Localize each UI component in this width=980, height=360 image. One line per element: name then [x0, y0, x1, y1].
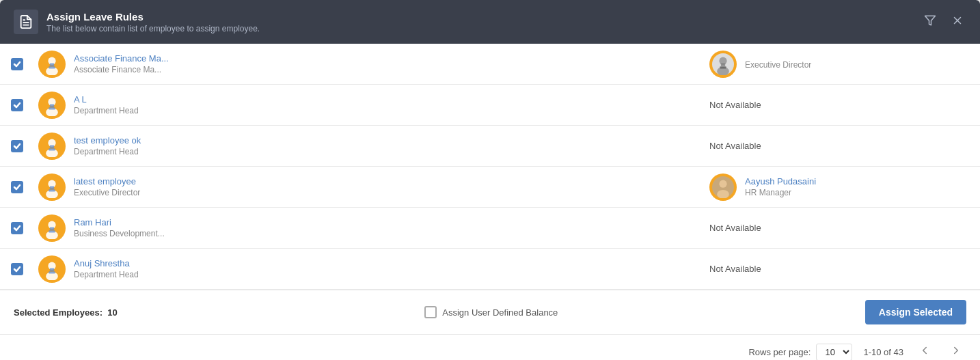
rows-per-page-group: Rows per page: 10 25 50: [748, 344, 852, 360]
manager-title: HR Manager: [745, 188, 816, 197]
avatar: [38, 214, 66, 242]
employee-title: Department Head: [74, 106, 139, 115]
svg-rect-8: [50, 63, 54, 66]
row-checkbox[interactable]: [11, 263, 23, 275]
not-available-label: Not Available: [709, 223, 761, 233]
selected-employees-count: 10: [107, 307, 117, 318]
manager-col: Executive Director: [709, 51, 969, 78]
modal-header-text: Assign Leave Rules The list below contai…: [46, 11, 260, 33]
manager-col: Not Available: [709, 223, 969, 233]
employee-name[interactable]: test employee ok: [74, 135, 141, 146]
avatar: [38, 51, 66, 78]
manager-avatar: [709, 51, 737, 78]
modal-header: Assign Leave Rules The list below contai…: [0, 0, 980, 44]
employee-col: Ram Hari Business Development...: [38, 214, 709, 242]
svg-rect-42: [49, 271, 55, 273]
avatar: [38, 92, 66, 119]
row-checkbox-col: [11, 99, 38, 111]
row-checkbox[interactable]: [11, 140, 23, 152]
row-checkbox[interactable]: [11, 58, 23, 70]
modal-subtitle: The list below contain list of employee …: [46, 24, 260, 33]
not-available-label: Not Available: [709, 100, 761, 110]
employee-name[interactable]: Ram Hari: [74, 217, 165, 227]
employee-col: test employee ok Department Head: [38, 133, 709, 160]
employee-col: Anuj Shrestha Department Head: [38, 255, 709, 283]
employee-name[interactable]: latest employee: [74, 176, 140, 186]
row-checkbox-col: [11, 181, 38, 193]
employee-name[interactable]: Anuj Shrestha: [74, 258, 139, 268]
svg-rect-9: [49, 66, 55, 68]
svg-rect-28: [50, 186, 54, 189]
employee-title: Business Development...: [74, 229, 165, 238]
manager-name[interactable]: Aayush Pudasaini: [745, 176, 816, 186]
table-row: Ram Hari Business Development... Not Ava…: [0, 208, 980, 249]
svg-rect-41: [50, 268, 54, 271]
page-info: 1-10 of 43: [863, 347, 903, 357]
pagination-bar: Rows per page: 10 25 50 1-10 of 43: [0, 334, 980, 360]
employee-name[interactable]: A L: [74, 94, 139, 105]
modal-header-actions: [921, 12, 966, 33]
employee-info: test employee ok Department Head: [74, 135, 141, 156]
svg-rect-29: [49, 189, 55, 191]
manager-col: Not Available: [709, 264, 969, 274]
manager-info: Aayush Pudasaini HR Manager: [745, 176, 816, 197]
table-row: Anuj Shrestha Department Head Not Availa…: [0, 249, 980, 290]
assign-leave-rules-modal: Assign Leave Rules The list below contai…: [0, 0, 980, 360]
modal-title: Assign Leave Rules: [46, 11, 260, 23]
assign-selected-button[interactable]: Assign Selected: [865, 300, 966, 324]
filter-icon-button[interactable]: [921, 12, 939, 33]
table-row: latest employee Executive Director Aayus…: [0, 167, 980, 208]
selected-employees-label: Selected Employees:: [14, 307, 103, 318]
modal-header-icon: [14, 10, 38, 34]
employee-col: Associate Finance Ma... Associate Financ…: [38, 51, 709, 78]
row-checkbox[interactable]: [11, 181, 23, 193]
selected-employees-info: Selected Employees: 10: [14, 307, 118, 318]
close-icon-button[interactable]: [949, 12, 966, 33]
row-checkbox-col: [11, 222, 38, 234]
rows-per-page-label: Rows per page:: [748, 347, 811, 357]
table-row: A L Department Head Not Available: [0, 85, 980, 126]
manager-title: Executive Director: [745, 60, 811, 70]
next-page-button[interactable]: [946, 343, 966, 360]
rows-per-page-select[interactable]: 10 25 50: [816, 344, 852, 360]
svg-rect-14: [720, 66, 726, 68]
employee-col: latest employee Executive Director: [38, 174, 709, 201]
employee-table-body: Associate Finance Ma... Associate Financ…: [0, 44, 980, 290]
svg-point-31: [719, 180, 726, 187]
svg-marker-2: [925, 16, 936, 25]
modal-footer: Selected Employees: 10 Assign User Defin…: [0, 290, 980, 334]
not-available-label: Not Available: [709, 141, 761, 151]
manager-col: Not Available: [709, 100, 969, 110]
assign-balance-checkbox-group: Assign User Defined Balance: [424, 306, 558, 318]
modal-header-left: Assign Leave Rules The list below contai…: [14, 10, 260, 34]
employee-info: Associate Finance Ma... Associate Financ…: [74, 53, 169, 74]
employee-title: Associate Finance Ma...: [74, 65, 169, 74]
row-checkbox-col: [11, 140, 38, 152]
svg-rect-37: [49, 230, 55, 232]
not-available-label: Not Available: [709, 264, 761, 274]
employee-info: A L Department Head: [74, 94, 139, 115]
table-row: test employee ok Department Head Not Ava…: [0, 126, 980, 167]
prev-page-button[interactable]: [914, 343, 935, 360]
svg-rect-13: [721, 63, 725, 66]
svg-rect-18: [50, 104, 54, 107]
employee-info: latest employee Executive Director: [74, 176, 140, 197]
row-checkbox[interactable]: [11, 99, 23, 111]
assign-balance-checkbox[interactable]: [424, 306, 437, 318]
row-checkbox[interactable]: [11, 222, 23, 234]
employee-info: Ram Hari Business Development...: [74, 217, 165, 238]
avatar: [38, 174, 66, 201]
manager-col: Aayush Pudasaini HR Manager: [709, 174, 969, 201]
manager-col: Not Available: [709, 141, 969, 151]
table-row: Associate Finance Ma... Associate Financ…: [0, 44, 980, 85]
manager-avatar: [709, 174, 737, 201]
manager-info: Executive Director: [745, 59, 811, 70]
svg-rect-36: [50, 227, 54, 230]
assign-balance-label: Assign User Defined Balance: [442, 307, 558, 318]
employee-name[interactable]: Associate Finance Ma...: [74, 53, 169, 64]
employee-title: Department Head: [74, 147, 141, 156]
svg-rect-23: [50, 145, 54, 148]
row-checkbox-col: [11, 58, 38, 70]
employee-title: Executive Director: [74, 188, 140, 197]
employee-info: Anuj Shrestha Department Head: [74, 258, 139, 279]
